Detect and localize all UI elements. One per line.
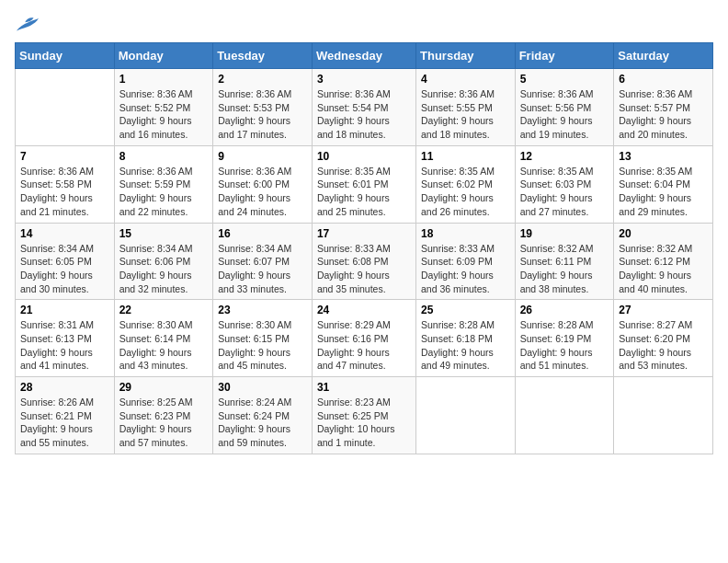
day-number: 12	[520, 150, 609, 163]
calendar-cell: 28Sunrise: 8:26 AM Sunset: 6:21 PM Dayli…	[16, 377, 115, 454]
day-info: Sunrise: 8:35 AM Sunset: 6:04 PM Dayligh…	[619, 165, 708, 219]
day-number: 23	[218, 304, 307, 316]
day-info: Sunrise: 8:35 AM Sunset: 6:02 PM Dayligh…	[421, 165, 510, 219]
calendar-week-row: 7Sunrise: 8:36 AM Sunset: 5:58 PM Daylig…	[16, 145, 713, 223]
day-number: 25	[421, 304, 510, 316]
calendar-cell: 17Sunrise: 8:33 AM Sunset: 6:08 PM Dayli…	[312, 223, 415, 300]
day-number: 13	[619, 150, 708, 163]
day-info: Sunrise: 8:26 AM Sunset: 6:21 PM Dayligh…	[20, 396, 109, 450]
day-number: 11	[421, 150, 510, 163]
calendar-cell: 3Sunrise: 8:36 AM Sunset: 5:54 PM Daylig…	[312, 69, 415, 146]
day-number: 30	[218, 381, 307, 394]
day-info: Sunrise: 8:34 AM Sunset: 6:06 PM Dayligh…	[119, 242, 209, 296]
calendar-cell: 13Sunrise: 8:35 AM Sunset: 6:04 PM Dayli…	[614, 145, 713, 223]
calendar-cell: 11Sunrise: 8:35 AM Sunset: 6:02 PM Dayli…	[416, 145, 516, 223]
day-info: Sunrise: 8:33 AM Sunset: 6:09 PM Dayligh…	[421, 242, 510, 296]
day-header-friday: Friday	[515, 43, 614, 69]
calendar-week-row: 21Sunrise: 8:31 AM Sunset: 6:13 PM Dayli…	[16, 300, 713, 377]
day-info: Sunrise: 8:30 AM Sunset: 6:15 PM Dayligh…	[218, 318, 307, 373]
day-header-thursday: Thursday	[416, 43, 516, 69]
calendar-week-row: 28Sunrise: 8:26 AM Sunset: 6:21 PM Dayli…	[16, 377, 713, 454]
calendar-cell: 14Sunrise: 8:34 AM Sunset: 6:05 PM Dayli…	[16, 223, 115, 300]
day-number: 28	[20, 381, 109, 394]
calendar-cell: 9Sunrise: 8:36 AM Sunset: 6:00 PM Daylig…	[213, 145, 313, 223]
day-header-saturday: Saturday	[614, 43, 713, 69]
day-info: Sunrise: 8:36 AM Sunset: 5:56 PM Dayligh…	[520, 87, 609, 142]
day-number: 16	[218, 227, 307, 240]
day-info: Sunrise: 8:27 AM Sunset: 6:20 PM Dayligh…	[619, 318, 708, 373]
calendar-cell	[614, 377, 713, 454]
calendar-cell: 8Sunrise: 8:36 AM Sunset: 5:59 PM Daylig…	[114, 145, 213, 223]
calendar-cell: 5Sunrise: 8:36 AM Sunset: 5:56 PM Daylig…	[515, 69, 614, 146]
day-number: 7	[20, 150, 109, 163]
calendar-cell: 31Sunrise: 8:23 AM Sunset: 6:25 PM Dayli…	[312, 377, 415, 454]
calendar-cell: 24Sunrise: 8:29 AM Sunset: 6:16 PM Dayli…	[312, 300, 415, 377]
day-number: 31	[317, 381, 411, 394]
calendar-cell: 12Sunrise: 8:35 AM Sunset: 6:03 PM Dayli…	[515, 145, 614, 223]
day-info: Sunrise: 8:36 AM Sunset: 5:57 PM Dayligh…	[619, 87, 708, 142]
day-number: 19	[520, 227, 609, 240]
day-number: 29	[119, 381, 209, 394]
day-info: Sunrise: 8:36 AM Sunset: 5:54 PM Dayligh…	[317, 87, 411, 142]
logo	[15, 15, 44, 35]
calendar-cell: 10Sunrise: 8:35 AM Sunset: 6:01 PM Dayli…	[312, 145, 415, 223]
calendar-cell: 1Sunrise: 8:36 AM Sunset: 5:52 PM Daylig…	[114, 69, 213, 146]
calendar-week-row: 1Sunrise: 8:36 AM Sunset: 5:52 PM Daylig…	[16, 69, 713, 146]
day-info: Sunrise: 8:28 AM Sunset: 6:18 PM Dayligh…	[421, 318, 510, 373]
day-header-tuesday: Tuesday	[213, 43, 313, 69]
calendar-cell	[16, 69, 115, 146]
calendar-cell	[515, 377, 614, 454]
calendar-table: SundayMondayTuesdayWednesdayThursdayFrid…	[15, 42, 713, 454]
day-number: 22	[119, 304, 209, 316]
day-number: 4	[421, 73, 510, 86]
calendar-cell: 19Sunrise: 8:32 AM Sunset: 6:11 PM Dayli…	[515, 223, 614, 300]
calendar-cell: 25Sunrise: 8:28 AM Sunset: 6:18 PM Dayli…	[416, 300, 516, 377]
day-info: Sunrise: 8:23 AM Sunset: 6:25 PM Dayligh…	[317, 396, 411, 450]
day-number: 2	[218, 73, 307, 86]
day-number: 1	[119, 73, 209, 86]
day-info: Sunrise: 8:25 AM Sunset: 6:23 PM Dayligh…	[119, 396, 209, 450]
day-info: Sunrise: 8:24 AM Sunset: 6:24 PM Dayligh…	[218, 396, 307, 450]
day-header-sunday: Sunday	[16, 43, 115, 69]
day-number: 24	[317, 304, 411, 316]
day-info: Sunrise: 8:35 AM Sunset: 6:03 PM Dayligh…	[520, 165, 609, 219]
day-info: Sunrise: 8:29 AM Sunset: 6:16 PM Dayligh…	[317, 318, 411, 373]
day-info: Sunrise: 8:36 AM Sunset: 5:58 PM Dayligh…	[20, 165, 109, 219]
day-info: Sunrise: 8:35 AM Sunset: 6:01 PM Dayligh…	[317, 165, 411, 219]
day-info: Sunrise: 8:32 AM Sunset: 6:11 PM Dayligh…	[520, 242, 609, 296]
day-number: 8	[119, 150, 209, 163]
day-info: Sunrise: 8:36 AM Sunset: 5:52 PM Dayligh…	[119, 87, 209, 142]
calendar-cell: 6Sunrise: 8:36 AM Sunset: 5:57 PM Daylig…	[614, 69, 713, 146]
calendar-cell: 21Sunrise: 8:31 AM Sunset: 6:13 PM Dayli…	[16, 300, 115, 377]
day-number: 5	[520, 73, 609, 86]
day-number: 6	[619, 73, 708, 86]
day-info: Sunrise: 8:33 AM Sunset: 6:08 PM Dayligh…	[317, 242, 411, 296]
day-number: 14	[20, 227, 109, 240]
calendar-header-row: SundayMondayTuesdayWednesdayThursdayFrid…	[16, 43, 713, 69]
day-info: Sunrise: 8:34 AM Sunset: 6:05 PM Dayligh…	[20, 242, 109, 296]
calendar-cell: 22Sunrise: 8:30 AM Sunset: 6:14 PM Dayli…	[114, 300, 213, 377]
calendar-cell: 7Sunrise: 8:36 AM Sunset: 5:58 PM Daylig…	[16, 145, 115, 223]
calendar-cell: 2Sunrise: 8:36 AM Sunset: 5:53 PM Daylig…	[213, 69, 313, 146]
calendar-cell: 20Sunrise: 8:32 AM Sunset: 6:12 PM Dayli…	[614, 223, 713, 300]
calendar-cell	[416, 377, 516, 454]
calendar-cell: 18Sunrise: 8:33 AM Sunset: 6:09 PM Dayli…	[416, 223, 516, 300]
day-info: Sunrise: 8:36 AM Sunset: 5:59 PM Dayligh…	[119, 165, 209, 219]
calendar-cell: 4Sunrise: 8:36 AM Sunset: 5:55 PM Daylig…	[416, 69, 516, 146]
day-number: 3	[317, 73, 411, 86]
day-number: 21	[20, 304, 109, 316]
day-number: 10	[317, 150, 411, 163]
calendar-cell: 26Sunrise: 8:28 AM Sunset: 6:19 PM Dayli…	[515, 300, 614, 377]
calendar-cell: 15Sunrise: 8:34 AM Sunset: 6:06 PM Dayli…	[114, 223, 213, 300]
calendar-cell: 27Sunrise: 8:27 AM Sunset: 6:20 PM Dayli…	[614, 300, 713, 377]
day-number: 18	[421, 227, 510, 240]
calendar-cell: 16Sunrise: 8:34 AM Sunset: 6:07 PM Dayli…	[213, 223, 313, 300]
day-info: Sunrise: 8:36 AM Sunset: 5:53 PM Dayligh…	[218, 87, 307, 142]
calendar-cell: 29Sunrise: 8:25 AM Sunset: 6:23 PM Dayli…	[114, 377, 213, 454]
day-info: Sunrise: 8:28 AM Sunset: 6:19 PM Dayligh…	[520, 318, 609, 373]
day-info: Sunrise: 8:32 AM Sunset: 6:12 PM Dayligh…	[619, 242, 708, 296]
calendar-cell: 30Sunrise: 8:24 AM Sunset: 6:24 PM Dayli…	[213, 377, 313, 454]
day-info: Sunrise: 8:30 AM Sunset: 6:14 PM Dayligh…	[119, 318, 209, 373]
logo-bird-icon	[15, 15, 40, 35]
day-info: Sunrise: 8:36 AM Sunset: 5:55 PM Dayligh…	[421, 87, 510, 142]
